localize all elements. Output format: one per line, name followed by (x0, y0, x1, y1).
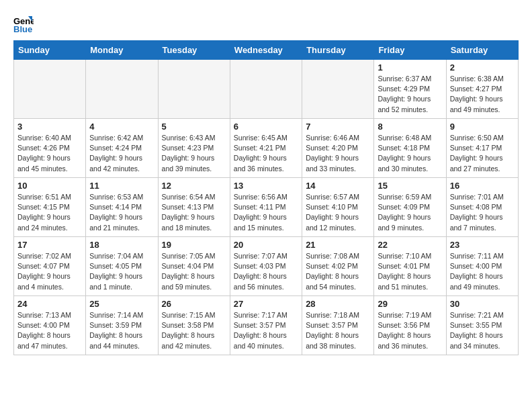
page-header: General Blue (13, 13, 519, 34)
day-number: 25 (89, 299, 154, 309)
calendar-cell: 17Sunrise: 7:02 AM Sunset: 4:07 PM Dayli… (14, 237, 86, 296)
calendar-week-row: 1Sunrise: 6:37 AM Sunset: 4:29 PM Daylig… (14, 60, 519, 119)
weekday-header-monday: Monday (86, 41, 158, 60)
calendar-cell: 20Sunrise: 7:07 AM Sunset: 4:03 PM Dayli… (230, 237, 302, 296)
calendar-cell: 14Sunrise: 6:57 AM Sunset: 4:10 PM Dayli… (302, 178, 374, 237)
calendar-cell (302, 60, 374, 119)
calendar-cell: 8Sunrise: 6:48 AM Sunset: 4:18 PM Daylig… (374, 119, 446, 178)
calendar-week-row: 17Sunrise: 7:02 AM Sunset: 4:07 PM Dayli… (14, 237, 519, 296)
calendar-cell: 30Sunrise: 7:21 AM Sunset: 3:55 PM Dayli… (446, 296, 518, 355)
day-info: Sunrise: 6:37 AM Sunset: 4:29 PM Dayligh… (378, 74, 442, 115)
day-number: 21 (306, 240, 370, 250)
day-info: Sunrise: 6:54 AM Sunset: 4:13 PM Dayligh… (162, 192, 226, 233)
calendar-cell: 7Sunrise: 6:46 AM Sunset: 4:20 PM Daylig… (302, 119, 374, 178)
day-info: Sunrise: 7:02 AM Sunset: 4:07 PM Dayligh… (17, 251, 82, 292)
day-info: Sunrise: 6:38 AM Sunset: 4:27 PM Dayligh… (450, 74, 515, 115)
day-info: Sunrise: 6:46 AM Sunset: 4:20 PM Dayligh… (306, 133, 370, 174)
day-info: Sunrise: 6:50 AM Sunset: 4:17 PM Dayligh… (450, 133, 515, 174)
day-info: Sunrise: 6:59 AM Sunset: 4:09 PM Dayligh… (378, 192, 442, 233)
calendar-cell (86, 60, 158, 119)
calendar-cell (230, 60, 302, 119)
svg-text:Blue: Blue (13, 24, 32, 34)
logo: General Blue (13, 13, 36, 34)
day-number: 1 (378, 62, 442, 73)
calendar-cell: 24Sunrise: 7:13 AM Sunset: 4:00 PM Dayli… (14, 296, 86, 355)
calendar-cell: 19Sunrise: 7:05 AM Sunset: 4:04 PM Dayli… (158, 237, 230, 296)
weekday-header-wednesday: Wednesday (230, 41, 302, 60)
day-number: 20 (234, 240, 298, 250)
calendar-cell: 6Sunrise: 6:45 AM Sunset: 4:21 PM Daylig… (230, 119, 302, 178)
day-info: Sunrise: 7:10 AM Sunset: 4:01 PM Dayligh… (378, 251, 442, 292)
day-info: Sunrise: 6:45 AM Sunset: 4:21 PM Dayligh… (234, 133, 298, 174)
day-number: 14 (306, 181, 370, 191)
day-number: 5 (162, 122, 226, 132)
day-info: Sunrise: 7:21 AM Sunset: 3:55 PM Dayligh… (450, 310, 515, 351)
calendar-cell: 3Sunrise: 6:40 AM Sunset: 4:26 PM Daylig… (14, 119, 86, 178)
calendar-cell: 25Sunrise: 7:14 AM Sunset: 3:59 PM Dayli… (86, 296, 158, 355)
calendar-cell: 11Sunrise: 6:53 AM Sunset: 4:14 PM Dayli… (86, 178, 158, 237)
day-info: Sunrise: 7:05 AM Sunset: 4:04 PM Dayligh… (162, 251, 226, 292)
day-info: Sunrise: 7:17 AM Sunset: 3:57 PM Dayligh… (234, 310, 298, 351)
day-info: Sunrise: 7:15 AM Sunset: 3:58 PM Dayligh… (162, 310, 226, 351)
day-info: Sunrise: 7:13 AM Sunset: 4:00 PM Dayligh… (17, 310, 82, 351)
calendar-cell: 28Sunrise: 7:18 AM Sunset: 3:57 PM Dayli… (302, 296, 374, 355)
day-number: 13 (234, 181, 298, 191)
calendar-cell (14, 60, 86, 119)
calendar-cell: 1Sunrise: 6:37 AM Sunset: 4:29 PM Daylig… (374, 60, 446, 119)
day-info: Sunrise: 7:07 AM Sunset: 4:03 PM Dayligh… (234, 251, 298, 292)
day-number: 16 (450, 181, 515, 191)
day-number: 28 (306, 299, 370, 309)
day-number: 9 (450, 122, 515, 132)
weekday-header-friday: Friday (374, 41, 446, 60)
calendar-cell: 27Sunrise: 7:17 AM Sunset: 3:57 PM Dayli… (230, 296, 302, 355)
day-info: Sunrise: 6:57 AM Sunset: 4:10 PM Dayligh… (306, 192, 370, 233)
calendar-cell: 16Sunrise: 7:01 AM Sunset: 4:08 PM Dayli… (446, 178, 518, 237)
calendar-cell: 15Sunrise: 6:59 AM Sunset: 4:09 PM Dayli… (374, 178, 446, 237)
weekday-header-tuesday: Tuesday (158, 41, 230, 60)
weekday-header-sunday: Sunday (14, 41, 86, 60)
day-info: Sunrise: 6:51 AM Sunset: 4:15 PM Dayligh… (17, 192, 82, 233)
day-number: 15 (378, 181, 442, 191)
calendar-cell: 29Sunrise: 7:19 AM Sunset: 3:56 PM Dayli… (374, 296, 446, 355)
day-number: 4 (89, 122, 154, 132)
calendar-week-row: 3Sunrise: 6:40 AM Sunset: 4:26 PM Daylig… (14, 119, 519, 178)
calendar-cell: 26Sunrise: 7:15 AM Sunset: 3:58 PM Dayli… (158, 296, 230, 355)
calendar-cell: 4Sunrise: 6:42 AM Sunset: 4:24 PM Daylig… (86, 119, 158, 178)
day-number: 2 (450, 62, 515, 73)
day-info: Sunrise: 6:42 AM Sunset: 4:24 PM Dayligh… (89, 133, 154, 174)
calendar-cell: 21Sunrise: 7:08 AM Sunset: 4:02 PM Dayli… (302, 237, 374, 296)
calendar-week-row: 10Sunrise: 6:51 AM Sunset: 4:15 PM Dayli… (14, 178, 519, 237)
weekday-header-saturday: Saturday (446, 41, 518, 60)
day-info: Sunrise: 6:48 AM Sunset: 4:18 PM Dayligh… (378, 133, 442, 174)
day-info: Sunrise: 7:04 AM Sunset: 4:05 PM Dayligh… (89, 251, 154, 292)
calendar-cell (158, 60, 230, 119)
calendar-cell: 18Sunrise: 7:04 AM Sunset: 4:05 PM Dayli… (86, 237, 158, 296)
weekday-header-thursday: Thursday (302, 41, 374, 60)
day-info: Sunrise: 7:11 AM Sunset: 4:00 PM Dayligh… (450, 251, 515, 292)
calendar-cell: 9Sunrise: 6:50 AM Sunset: 4:17 PM Daylig… (446, 119, 518, 178)
day-number: 18 (89, 240, 154, 250)
day-info: Sunrise: 6:56 AM Sunset: 4:11 PM Dayligh… (234, 192, 298, 233)
day-number: 23 (450, 240, 515, 250)
day-number: 6 (234, 122, 298, 132)
day-info: Sunrise: 7:14 AM Sunset: 3:59 PM Dayligh… (89, 310, 154, 351)
day-number: 12 (162, 181, 226, 191)
day-number: 22 (378, 240, 442, 250)
day-number: 26 (162, 299, 226, 309)
calendar-cell: 2Sunrise: 6:38 AM Sunset: 4:27 PM Daylig… (446, 60, 518, 119)
day-number: 10 (17, 181, 82, 191)
day-number: 24 (17, 299, 82, 309)
day-number: 17 (17, 240, 82, 250)
day-info: Sunrise: 6:40 AM Sunset: 4:26 PM Dayligh… (17, 133, 82, 174)
calendar-cell: 10Sunrise: 6:51 AM Sunset: 4:15 PM Dayli… (14, 178, 86, 237)
calendar-cell: 12Sunrise: 6:54 AM Sunset: 4:13 PM Dayli… (158, 178, 230, 237)
day-number: 29 (378, 299, 442, 309)
calendar-cell: 23Sunrise: 7:11 AM Sunset: 4:00 PM Dayli… (446, 237, 518, 296)
day-number: 3 (17, 122, 82, 132)
day-number: 30 (450, 299, 515, 309)
day-info: Sunrise: 6:53 AM Sunset: 4:14 PM Dayligh… (89, 192, 154, 233)
logo-icon: General Blue (13, 13, 34, 34)
day-number: 8 (378, 122, 442, 132)
calendar-cell: 13Sunrise: 6:56 AM Sunset: 4:11 PM Dayli… (230, 178, 302, 237)
weekday-header-row: SundayMondayTuesdayWednesdayThursdayFrid… (14, 41, 519, 60)
